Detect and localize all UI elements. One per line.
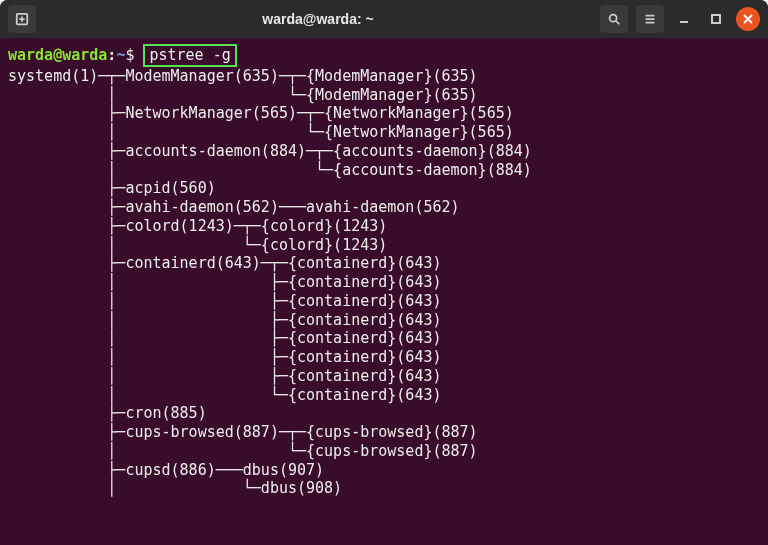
minimize-icon <box>679 14 689 24</box>
pstree-output: systemd(1)─┬─ModemManager(635)─┬─{ModemM… <box>8 67 532 498</box>
new-tab-button[interactable] <box>8 5 36 33</box>
maximize-icon <box>711 14 721 24</box>
maximize-button[interactable] <box>704 7 728 31</box>
terminal-window: warda@warda: ~ warda@warda:~$ pstree -g … <box>0 0 768 545</box>
close-icon <box>743 14 753 24</box>
svg-rect-9 <box>712 15 720 23</box>
search-button[interactable] <box>600 5 628 33</box>
hamburger-icon <box>643 12 657 26</box>
command-text: pstree -g <box>149 46 230 64</box>
close-button[interactable] <box>736 7 760 31</box>
window-title: warda@warda: ~ <box>44 11 592 27</box>
prompt-user-host: warda@warda <box>8 46 107 64</box>
menu-button[interactable] <box>636 5 664 33</box>
prompt-dollar: $ <box>125 46 134 64</box>
svg-point-3 <box>610 15 617 22</box>
new-tab-icon <box>15 12 29 26</box>
titlebar: warda@warda: ~ <box>0 0 768 38</box>
terminal-body[interactable]: warda@warda:~$ pstree -g systemd(1)─┬─Mo… <box>0 38 768 545</box>
command-highlight-box: pstree -g <box>143 44 236 67</box>
svg-line-4 <box>616 21 620 25</box>
search-icon <box>607 12 621 26</box>
minimize-button[interactable] <box>672 7 696 31</box>
